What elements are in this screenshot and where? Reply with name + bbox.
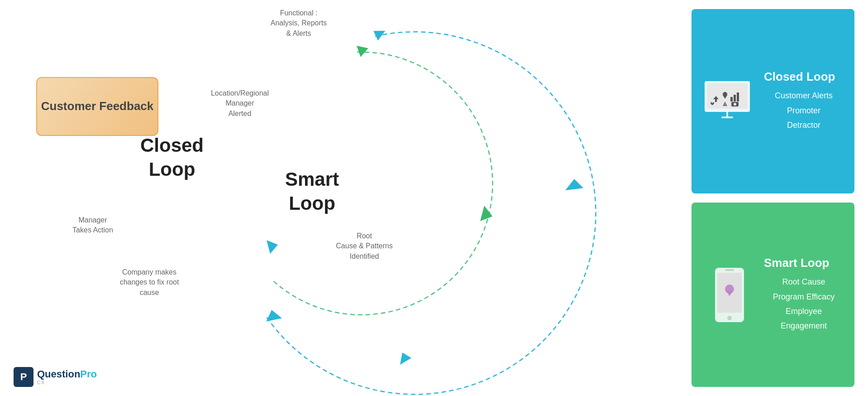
closed-loop-item-3: Detractor <box>764 118 844 132</box>
svg-rect-8 <box>707 83 748 109</box>
customer-feedback-label: Customer Feedback <box>41 99 154 114</box>
closed-loop-card-items: Customer Alerts Promoter Detractor <box>764 88 844 132</box>
smart-loop-item-1: Root Cause <box>764 275 844 289</box>
smart-loop-card-items: Root Cause Program Efficacy Employee Eng… <box>764 275 844 333</box>
svg-rect-10 <box>715 99 717 102</box>
closed-loop-card-title: Closed Loop <box>764 70 844 84</box>
svg-marker-2 <box>353 43 368 58</box>
closed-loop-card-text: Closed Loop Customer Alerts Promoter Det… <box>764 70 844 132</box>
monitor-icon: ! <box>702 79 757 124</box>
closed-loop-item-2: Promoter <box>764 103 844 118</box>
phone-icon-area <box>702 266 757 324</box>
monitor-icon-area: ! <box>702 79 757 124</box>
annotation-company-changes: Company makeschanges to fix rootcause <box>104 267 195 298</box>
svg-rect-14 <box>734 95 736 101</box>
logo: P QuestionPro CX <box>14 367 97 387</box>
svg-point-25 <box>727 316 732 320</box>
annotation-top: Functional :Analysis, Reports& Alerts <box>258 8 339 39</box>
logo-icon: P <box>14 367 33 387</box>
svg-rect-24 <box>725 269 734 271</box>
svg-marker-5 <box>565 179 583 190</box>
smart-loop-item-2: Program Efficacy <box>764 290 844 304</box>
logo-main-text: QuestionPro <box>37 369 97 379</box>
svg-rect-13 <box>730 97 733 101</box>
smart-loop-item-3: Employee Engagement <box>764 304 844 333</box>
svg-rect-15 <box>737 92 739 101</box>
closed-loop-item-1: Customer Alerts <box>764 88 844 103</box>
phone-icon <box>711 266 748 324</box>
logo-text: QuestionPro CX <box>37 369 97 385</box>
smart-loop-card-title: Smart Loop <box>764 256 844 270</box>
annotation-location-manager: Location/RegionalManagerAlerted <box>199 88 281 119</box>
svg-rect-21 <box>721 116 733 118</box>
svg-marker-0 <box>263 308 281 324</box>
svg-marker-4 <box>267 240 278 254</box>
annotation-manager-action: ManagerTakes Action <box>59 215 127 236</box>
smart-loop-center-label: SmartLoop <box>285 168 339 215</box>
svg-marker-6 <box>400 353 411 365</box>
logo-sub-text: CX <box>37 380 97 385</box>
customer-feedback-box: Customer Feedback <box>36 77 158 136</box>
annotation-root-cause: RootCause & PatternsIdentified <box>326 231 403 261</box>
closed-loop-card: ! Closed Loop Customer Alerts Promoter D… <box>692 9 854 193</box>
closed-loop-center-label: ClosedLoop <box>140 134 204 181</box>
svg-point-19 <box>734 103 736 106</box>
smart-loop-card: Smart Loop Root Cause Program Efficacy E… <box>692 203 854 387</box>
logo-accent: Pro <box>80 368 97 380</box>
right-panel: ! Closed Loop Customer Alerts Promoter D… <box>687 0 859 396</box>
smart-loop-card-text: Smart Loop Root Cause Program Efficacy E… <box>764 256 844 333</box>
